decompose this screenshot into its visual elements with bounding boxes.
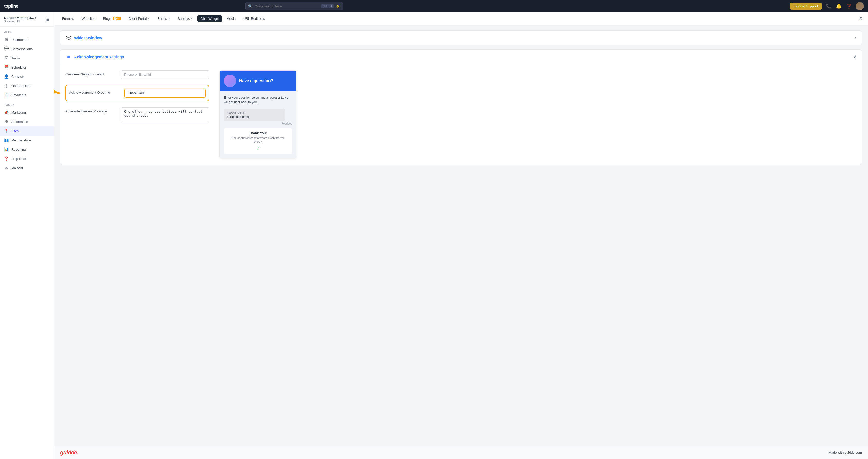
sidebar-item-opportunities[interactable]: ◎ Opportunities <box>0 81 54 90</box>
chat-checkmark-icon: ✓ <box>227 146 289 151</box>
opportunities-icon: ◎ <box>4 84 9 88</box>
chat-reply-section: Thank You! One of our representatives wi… <box>224 128 292 154</box>
automation-icon: ⚙ <box>4 119 9 124</box>
sidebar-item-label: Payments <box>11 93 26 97</box>
mailfold-icon: ✉ <box>4 165 9 170</box>
layout-icon[interactable]: ▣ <box>46 17 50 22</box>
widget-window-chevron: › <box>855 35 857 40</box>
widget-window-header[interactable]: 💬 Widget window › <box>60 31 862 45</box>
section-header-left: 💬 Widget window <box>65 35 102 41</box>
content-area: 💬 Widget window › ≡ Acknowledgement sett… <box>54 25 868 446</box>
avatar[interactable] <box>856 2 864 10</box>
chat-reply-greeting: Thank You! <box>227 131 289 135</box>
acknowledgement-header[interactable]: ≡ Acknowledgement settings ∨ <box>60 50 862 64</box>
sidebar-item-marketing[interactable]: 📣 Marketing <box>0 108 54 117</box>
marketing-icon: 📣 <box>4 110 9 115</box>
sidebar-item-label: Scheduler <box>11 65 26 69</box>
sidebar-item-conversations[interactable]: 💬 Conversations <box>0 44 54 53</box>
tasks-icon: ☑ <box>4 56 9 60</box>
subnav-surveys[interactable]: Surveys ▾ <box>175 15 196 22</box>
subnav-url-redirects[interactable]: URL Redirects <box>240 15 268 22</box>
bottom-bar: guidde. Made with guidde.com <box>54 446 868 459</box>
scheduler-icon: 📅 <box>4 65 9 69</box>
made-with-text: Made with guidde.com <box>829 451 862 454</box>
widget-window-title: Widget window <box>74 36 102 40</box>
sidebar-item-mailfold[interactable]: ✉ Mailfold <box>0 163 54 173</box>
subnav-blogs[interactable]: Blogs New <box>100 15 124 22</box>
sidebar-item-label: Marketing <box>11 111 26 115</box>
sidebar-item-memberships[interactable]: 👥 Memberships <box>0 135 54 145</box>
subnav-media[interactable]: Media <box>223 15 239 22</box>
subnav-forms[interactable]: Forms ▾ <box>154 15 173 22</box>
sidebar-item-contacts[interactable]: 👤 Contacts <box>0 72 54 81</box>
sidebar-item-label: Memberships <box>11 139 31 142</box>
memberships-icon: 👥 <box>4 138 9 143</box>
help-icon[interactable]: ❓ <box>845 3 852 10</box>
url-redirects-label: URL Redirects <box>243 17 265 21</box>
sidebar-item-scheduler[interactable]: 📅 Scheduler <box>0 63 54 72</box>
workspace-name: Dunder Mifflin [D... <box>4 16 34 20</box>
subnav-funnels[interactable]: Funnels <box>59 15 77 22</box>
acknowledgement-section: ≡ Acknowledgement settings ∨ Customer Su… <box>60 49 862 165</box>
bell-icon[interactable]: 🔔 <box>835 3 842 10</box>
sidebar-item-label: Tasks <box>11 56 20 60</box>
chevron-down-icon: ▾ <box>35 16 36 20</box>
chat-header-text: Have a question? <box>239 79 273 83</box>
forms-chevron: ▾ <box>168 17 170 20</box>
sidebar-item-label: Conversations <box>11 47 33 51</box>
websites-label: Websites <box>82 17 95 21</box>
blogs-label: Blogs <box>103 17 112 21</box>
chat-avatar-image <box>224 75 236 87</box>
chat-widget-label: Chat Widget <box>200 17 219 21</box>
subnav-chat-widget[interactable]: Chat Widget <box>197 15 222 22</box>
sidebar-item-payments[interactable]: 🧾 Payments <box>0 90 54 100</box>
subnav-client-portal[interactable]: Client Portal ▾ <box>125 15 153 22</box>
sidebar-item-sites[interactable]: 📍 Sites <box>0 126 54 135</box>
app-logo: topline <box>4 4 19 9</box>
settings-icon[interactable]: ⚙ <box>859 16 863 22</box>
acknowledgement-form: Customer Support contact <box>65 70 209 158</box>
main-layout: Dunder Mifflin [D... ▾ Scranton, PA ▣ Ap… <box>0 12 868 459</box>
chat-message-text: I need some help <box>227 115 282 119</box>
workspace-toggle[interactable]: Dunder Mifflin [D... ▾ <box>4 16 36 20</box>
message-label: Acknowledgement Message <box>65 107 117 113</box>
avatar-image <box>856 2 864 10</box>
support-contact-input[interactable] <box>121 70 209 79</box>
sidebar-item-dashboard[interactable]: ⊞ Dashboard <box>0 35 54 44</box>
tools-section-label: Tools <box>0 100 54 108</box>
chat-preview: Have a question? Enter your question bel… <box>219 70 297 158</box>
reporting-icon: 📊 <box>4 147 9 152</box>
greeting-row: Acknowledgement Greeting <box>65 85 209 101</box>
phone-icon[interactable]: 📞 <box>825 3 832 10</box>
sidebar-header: Dunder Mifflin [D... ▾ Scranton, PA ▣ <box>0 12 54 27</box>
greeting-input[interactable] <box>124 89 206 97</box>
forms-label: Forms <box>157 17 167 21</box>
blogs-new-badge: New <box>113 17 121 20</box>
sidebar-item-automation[interactable]: ⚙ Automation <box>0 117 54 126</box>
client-portal-chevron: ▾ <box>148 17 150 20</box>
sub-nav: Funnels Websites Blogs New Client Portal… <box>54 12 868 25</box>
search-shortcut: Ctrl + K <box>321 4 334 8</box>
sidebar-item-label: Mailfold <box>11 166 23 170</box>
sidebar-item-label: Dashboard <box>11 38 28 41</box>
search-input[interactable] <box>255 4 319 8</box>
ack-header-left: ≡ Acknowledgement settings <box>65 54 124 60</box>
acknowledgement-content: Customer Support contact <box>60 64 862 164</box>
helpdesk-icon: ❓ <box>4 156 9 161</box>
sidebar-item-helpdesk[interactable]: ❓ Help Desk <box>0 154 54 163</box>
surveys-chevron: ▾ <box>191 17 193 20</box>
sidebar-item-label: Contacts <box>11 75 24 79</box>
message-textarea[interactable]: One of our representatives will contact … <box>121 107 209 123</box>
sidebar: Dunder Mifflin [D... ▾ Scranton, PA ▣ Ap… <box>0 12 54 459</box>
chat-header: Have a question? <box>220 70 296 91</box>
content-inner: 💬 Widget window › ≡ Acknowledgement sett… <box>54 25 868 446</box>
support-button[interactable]: topline Support <box>790 3 822 10</box>
sidebar-item-label: Reporting <box>11 148 26 151</box>
subnav-websites[interactable]: Websites <box>79 15 98 22</box>
sidebar-item-reporting[interactable]: 📊 Reporting <box>0 145 54 154</box>
sidebar-item-tasks[interactable]: ☑ Tasks <box>0 53 54 63</box>
guidde-logo: guidde. <box>60 449 78 456</box>
chat-message-phone: +19768778787 <box>227 111 282 114</box>
lightning-icon: ⚡ <box>336 4 340 8</box>
search-bar[interactable]: 🔍 Ctrl + K ⚡ <box>245 2 343 10</box>
